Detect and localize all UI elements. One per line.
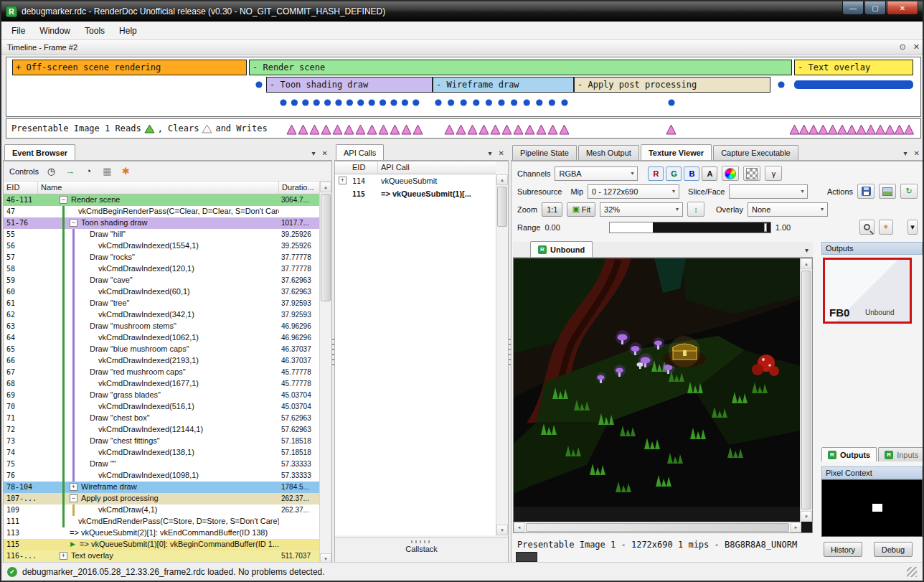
timeline-sub-block[interactable]: - Toon shading draw [266,77,433,93]
flip-y-button[interactable]: ↕ [687,202,704,217]
event-row[interactable]: 60vkCmdDrawIndexed(60,1)37.62963 [4,286,319,298]
timeline-block[interactable]: + Off-screen scene rendering [12,60,247,75]
scrollbar-thumb[interactable] [526,523,789,532]
menu-item-window[interactable]: Window [32,23,77,39]
zoom-1to1-button[interactable]: 1:1 [542,202,562,217]
event-row[interactable]: 116-...+Text overlay511.7037 [4,550,319,562]
fit-button[interactable]: ▣Fit [567,202,595,217]
mip-select[interactable]: 0 - 1272x690 [588,184,679,199]
event-row[interactable]: 63Draw "mushroom stems"46.96296 [4,321,319,332]
api-call-row[interactable]: 115=> vkQueueSubmit(1)[... [335,187,496,200]
tab-unbound[interactable]: R Unbound [530,241,593,257]
event-row[interactable]: 65Draw "blue mushroom caps"46.37037 [4,344,319,355]
scrollbar-thumb[interactable] [801,271,811,510]
event-row[interactable]: 73Draw "chest fittings"57.18518 [4,436,319,447]
event-row[interactable]: 113=> vkQueueSubmit(2)[1]: vkEndCommandB… [4,527,319,539]
texture-list-caret-icon[interactable]: ▾ [805,246,808,254]
timeline-activity[interactable]: + Off-screen scene rendering- Render sce… [6,57,921,117]
event-row[interactable]: 109vkCmdDraw(4,1)262.37... [4,504,319,516]
channel-g-button[interactable]: G [666,166,682,181]
panel-menu-icon[interactable]: ▾ [904,149,908,157]
tab-inputs[interactable]: RInputs [878,447,924,461]
close-icon[interactable]: ✕ [914,149,920,157]
range-handle[interactable] [764,223,767,232]
minimize-button[interactable]: — [842,1,864,15]
menu-item-tools[interactable]: Tools [77,23,112,39]
scroll-down-icon[interactable]: ▾ [496,525,508,535]
sliceface-select[interactable] [729,184,808,199]
event-row[interactable]: 56vkCmdDrawIndexed(1554,1)39.25926 [4,240,319,252]
event-row[interactable]: 55Draw "hill"39.25926 [4,229,319,240]
timeline-block[interactable]: - Text overlay [794,60,913,75]
event-row[interactable]: 58vkCmdDrawIndexed(120,1)37.77778 [4,263,319,275]
texture-image[interactable] [514,258,801,507]
scroll-up-icon[interactable]: ▴ [320,182,331,192]
close-icon[interactable]: ✕ [913,42,920,52]
api-call-row[interactable]: +114vkQueueSubmit [335,174,496,187]
event-row[interactable]: 70vkCmdDrawIndexed(516,1)45.03704 [4,401,319,413]
channel-a-button[interactable]: A [702,166,717,181]
history-button[interactable]: History [824,542,862,557]
api-calls-scrollbar[interactable]: ▴ ▾ [496,174,508,535]
timeline-sub-block[interactable]: - Wireframe draw [433,77,574,93]
collapse-icon[interactable]: − [60,196,67,204]
event-row[interactable]: 107-...−Apply post processing262.37... [4,493,319,504]
texture-hscrollbar[interactable]: ◂ ▸ [514,522,801,532]
event-row[interactable]: 78-104+Wireframe draw1784.5... [4,482,319,493]
channel-r-button[interactable]: R [648,166,664,181]
tab-api-calls[interactable]: API Calls [336,144,384,160]
event-row[interactable]: 115▶=> vkQueueSubmit(1)[0]: vkBeginComma… [4,539,319,550]
event-row[interactable]: 66vkCmdDrawIndexed(2193,1)46.37037 [4,355,319,367]
scroll-up-icon[interactable]: ▴ [496,174,508,185]
refresh-button[interactable]: ↻ [900,184,918,199]
event-row[interactable]: 59Draw "cave"37.62963 [4,275,319,286]
maximize-button[interactable]: ▢ [864,1,886,15]
callstack-section[interactable]: Callstack [335,537,508,564]
menu-item-help[interactable]: Help [112,23,144,39]
open-image-button[interactable] [879,184,896,199]
close-icon[interactable]: ✕ [499,149,504,157]
range-slider[interactable] [609,222,771,233]
zoom-select[interactable]: 32% [600,202,683,217]
autofit-range-button[interactable] [859,220,874,235]
range-options-button[interactable]: ▾ [908,220,918,235]
expand-icon[interactable]: + [70,483,77,491]
panel-menu-icon[interactable]: ▾ [489,149,492,157]
scroll-right-icon[interactable]: ▸ [791,522,801,532]
tab-event-browser[interactable]: Event Browser [4,144,75,160]
scrollbar-thumb[interactable] [321,194,331,301]
tab-texture-viewer[interactable]: Texture Viewer [641,144,712,160]
event-browser-columns[interactable]: EID Name Duratio... [4,182,319,194]
stopwatch-icon[interactable]: ◷ [45,165,57,177]
panel-menu-icon[interactable]: ▾ [312,149,316,157]
event-row[interactable]: 64vkCmdDrawIndexed(1062,1)46.96296 [4,332,319,344]
event-row[interactable]: 76vkCmdDrawIndexed(1098,1)57.33333 [4,470,319,482]
close-button[interactable]: ✕ [887,1,918,15]
tab-capture-executable[interactable]: Capture Executable [713,145,798,160]
event-row[interactable]: 61Draw "tree"37.92593 [4,298,319,309]
api-calls-columns[interactable]: EID API Call [335,161,496,174]
event-row[interactable]: 69Draw "grass blades"45.03704 [4,390,319,401]
column-eid[interactable]: EID [4,182,38,194]
time-durations-icon[interactable]: ◔ [82,165,95,177]
event-row[interactable]: 62vkCmdDrawIndexed(342,1)37.92593 [4,309,319,321]
event-row[interactable]: 68vkCmdDrawIndexed(1677,1)45.77778 [4,378,319,390]
expand-icon[interactable]: + [339,177,346,184]
tab-outputs[interactable]: ROutputs [821,447,877,461]
pixel-context-view[interactable] [821,479,923,537]
splitter-grip[interactable] [411,540,433,543]
options-icon[interactable]: ✱ [120,165,132,177]
tab-pipeline-state[interactable]: Pipeline State [512,145,577,160]
save-button[interactable] [857,184,874,199]
tab-mesh-output[interactable]: Mesh Output [578,145,639,160]
collapse-icon[interactable]: − [70,494,77,502]
expand-icon[interactable]: + [60,552,67,560]
event-row[interactable]: 72vkCmdDrawIndexed(12144,1)57.62963 [4,424,319,436]
pin-icon[interactable]: ⊙ [900,42,906,52]
texture-canvas[interactable]: ▴ ▾ ◂ ▸ [513,258,813,533]
scroll-down-icon[interactable]: ▾ [801,511,812,522]
menu-item-file[interactable]: File [4,23,32,39]
event-row[interactable]: 75Draw ""57.33333 [4,459,319,470]
timeline-block[interactable]: - Render scene [249,60,792,75]
column-name[interactable]: Name [38,182,279,194]
